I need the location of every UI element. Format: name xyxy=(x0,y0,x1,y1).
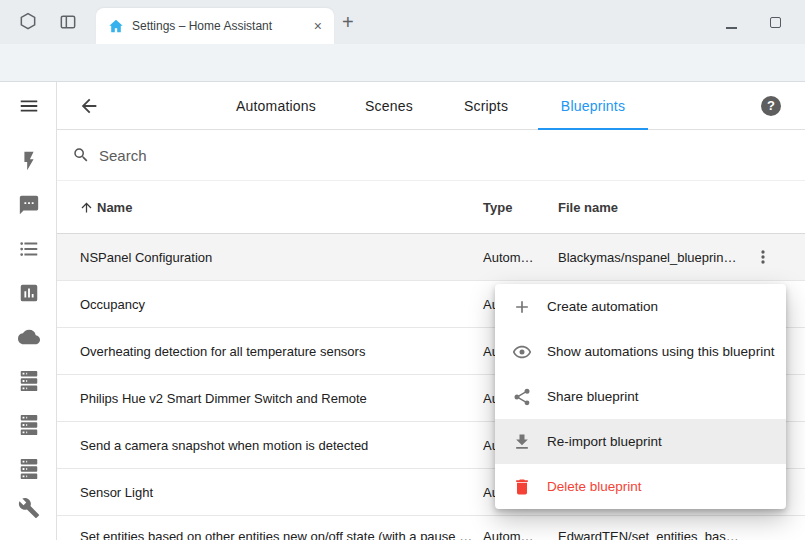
logbook-icon[interactable] xyxy=(18,238,40,260)
menu-item-create-automation[interactable]: Create automation xyxy=(495,284,786,329)
new-tab-button[interactable]: + xyxy=(342,10,354,34)
ha-sidebar xyxy=(0,82,57,540)
menu-item-delete-blueprint[interactable]: Delete blueprint xyxy=(495,464,786,509)
column-header-file: File name xyxy=(558,181,618,234)
maximize-icon[interactable] xyxy=(770,17,781,28)
row-menu-icon[interactable] xyxy=(753,247,773,267)
eye-icon xyxy=(512,342,532,362)
cell-name: Philips Hue v2 Smart Dimmer Switch and R… xyxy=(80,375,476,422)
workspaces-icon[interactable] xyxy=(18,12,38,32)
cell-name: Send a camera snapshot when motion is de… xyxy=(80,422,476,469)
browser-titlebar: Settings – Home Assistant × + xyxy=(0,0,805,44)
developer-tools-icon[interactable] xyxy=(18,497,40,519)
server-icon-2[interactable] xyxy=(18,414,40,436)
server-icon-3[interactable] xyxy=(18,458,40,480)
browser-tab[interactable]: Settings – Home Assistant × xyxy=(96,8,334,44)
context-menu: Create automation Show automations using… xyxy=(495,284,786,509)
column-header-type: Type xyxy=(483,181,512,234)
table-row[interactable]: Set entities based on other entities new… xyxy=(57,516,805,540)
tab-title: Settings – Home Assistant xyxy=(132,19,312,33)
menu-item-reimport-blueprint[interactable]: Re-import blueprint xyxy=(495,419,786,464)
energy-icon[interactable] xyxy=(18,150,40,172)
share-icon xyxy=(512,387,532,407)
cell-type: Autom… xyxy=(483,234,553,281)
sort-arrow-icon[interactable] xyxy=(79,200,94,215)
cell-name: Occupancy xyxy=(80,281,476,328)
tab-blueprints[interactable]: Blueprints xyxy=(538,82,648,130)
history-icon[interactable] xyxy=(18,282,40,304)
tab-scripts[interactable]: Scripts xyxy=(458,82,514,130)
cell-name: Overheating detection for all temperatur… xyxy=(80,328,476,375)
delete-icon xyxy=(512,477,532,497)
menu-item-share-blueprint[interactable]: Share blueprint xyxy=(495,374,786,419)
menu-item-show-automations[interactable]: Show automations using this blueprint xyxy=(495,329,786,374)
table-row[interactable]: NSPanel Configuration Autom… Blackymas/n… xyxy=(57,234,805,281)
ha-app: Automations Scenes Scripts Blueprints ? … xyxy=(0,82,805,540)
server-icon-1[interactable] xyxy=(18,370,40,392)
ha-menu-icon[interactable] xyxy=(18,95,40,117)
home-assistant-favicon xyxy=(108,18,124,34)
table-header: Name Type File name xyxy=(57,181,805,234)
cell-type: Autom… xyxy=(483,516,553,540)
cell-name: Set entities based on other entities new… xyxy=(80,516,476,540)
cloud-icon[interactable] xyxy=(18,326,40,348)
minimize-icon[interactable] xyxy=(726,27,737,29)
plus-icon xyxy=(512,297,532,317)
ha-back-icon[interactable] xyxy=(78,95,100,117)
ha-header: Automations Scenes Scripts Blueprints ? xyxy=(57,82,805,130)
menu-item-label: Show automations using this blueprint xyxy=(547,344,774,359)
menu-item-label: Delete blueprint xyxy=(547,479,642,494)
menu-item-label: Re-import blueprint xyxy=(547,434,662,449)
browser-window: Settings – Home Assistant × + Not secure… xyxy=(0,0,805,540)
vertical-tabs-icon[interactable] xyxy=(58,12,78,32)
assist-icon[interactable] xyxy=(18,194,40,216)
download-icon xyxy=(512,432,532,452)
search-input[interactable] xyxy=(99,142,519,168)
tab-close-icon[interactable]: × xyxy=(312,18,324,34)
cell-name: NSPanel Configuration xyxy=(80,234,476,281)
cell-file: Blackymas/nspanel_blueprin… xyxy=(558,234,750,281)
tab-automations[interactable]: Automations xyxy=(230,82,322,130)
menu-item-label: Create automation xyxy=(547,299,658,314)
browser-toolbar: Not secure homeassistant.local:8123/… A xyxy=(0,44,805,82)
help-icon[interactable]: ? xyxy=(761,96,781,116)
cell-name: Sensor Light xyxy=(80,469,476,516)
cell-file: EdwardTEN/set_entities_bas… xyxy=(558,516,750,540)
menu-item-label: Share blueprint xyxy=(547,389,639,404)
search-bar[interactable] xyxy=(57,130,805,181)
tab-scenes[interactable]: Scenes xyxy=(362,82,416,130)
column-header-name[interactable]: Name xyxy=(97,181,132,234)
search-icon xyxy=(72,146,90,164)
